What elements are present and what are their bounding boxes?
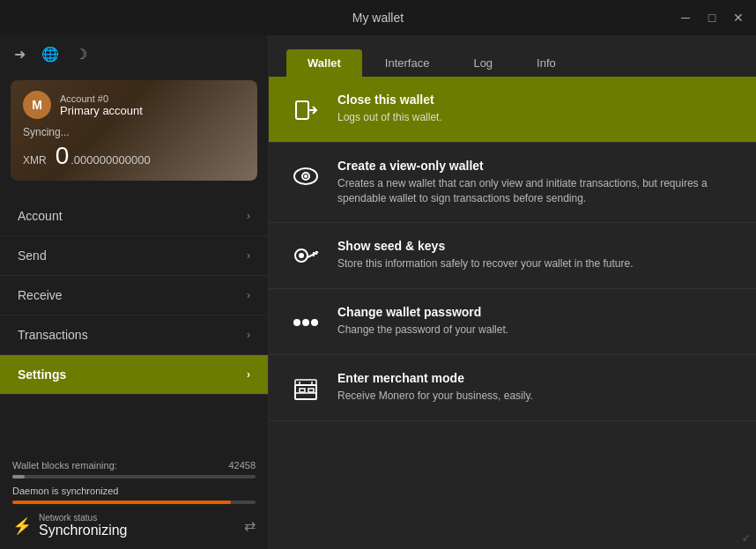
chevron-icon: › <box>247 329 250 341</box>
sidebar-top-icons: ➜ 🌐 ☽ <box>0 35 268 73</box>
account-card[interactable]: M Account #0 Primary account Syncing... … <box>11 80 257 181</box>
chevron-icon: › <box>247 249 250 262</box>
settings-item-change-password-desc: Change the password of your wallet. <box>337 323 508 338</box>
svg-point-11 <box>302 319 309 326</box>
blocks-value: 42458 <box>228 460 256 471</box>
network-label: Network status <box>39 513 128 523</box>
sidebar-bottom: Wallet blocks remaining: 42458 Daemon is… <box>0 451 268 549</box>
network-info: Network status Synchronizing <box>39 513 128 538</box>
network-status-row: ⚡ Network status Synchronizing ⇄ <box>12 513 256 538</box>
eye-icon <box>290 160 322 192</box>
moon-icon[interactable]: ☽ <box>75 46 87 63</box>
nav-list: Account › Send › Receive › Transactions … <box>0 197 268 451</box>
wallet-progress-bg <box>12 475 256 479</box>
tab-wallet[interactable]: Wallet <box>286 49 362 77</box>
wallet-progress-fill <box>12 475 25 479</box>
settings-item-seed-keys[interactable]: Show seed & keys Store this information … <box>269 223 756 289</box>
sidebar: ➜ 🌐 ☽ M Account #0 Primary account Synci… <box>0 35 269 549</box>
settings-item-seed-keys-title: Show seed & keys <box>337 239 634 253</box>
window-title: My wallet <box>352 11 404 25</box>
settings-item-change-password-text: Change wallet password Change the passwo… <box>337 305 508 338</box>
settings-item-view-only-desc: Creates a new wallet that can only view … <box>337 176 735 206</box>
network-value: Synchronizing <box>39 523 128 538</box>
settings-item-view-only-text: Create a view-only wallet Creates a new … <box>337 159 735 206</box>
lightning-icon: ⚡ <box>12 516 32 536</box>
main-content: ➜ 🌐 ☽ M Account #0 Primary account Synci… <box>0 35 756 549</box>
maximize-button[interactable]: □ <box>703 9 721 26</box>
settings-item-view-only[interactable]: Create a view-only wallet Creates a new … <box>269 143 756 223</box>
settings-item-seed-keys-desc: Store this information safely to recover… <box>337 256 634 271</box>
svg-point-6 <box>299 253 304 258</box>
nav-item-receive[interactable]: Receive › <box>0 276 268 315</box>
balance-row: XMR 0 .000000000000 <box>23 142 245 170</box>
blocks-row: Wallet blocks remaining: 42458 <box>12 460 256 471</box>
chevron-icon: › <box>247 210 250 222</box>
globe-icon[interactable]: 🌐 <box>41 46 59 63</box>
svg-rect-15 <box>308 389 314 392</box>
settings-item-close-wallet[interactable]: Close this wallet Logs out of this walle… <box>269 77 756 143</box>
nav-item-account[interactable]: Account › <box>0 197 268 236</box>
shuffle-icon[interactable]: ⇄ <box>244 517 256 534</box>
balance-small: .000000000000 <box>70 153 150 167</box>
svg-point-10 <box>293 319 300 326</box>
resize-handle[interactable]: ↙ <box>742 531 751 544</box>
account-number: Account #0 <box>60 93 143 104</box>
account-header: M Account #0 Primary account <box>23 91 245 119</box>
svg-rect-0 <box>296 101 308 119</box>
settings-item-merchant-mode-title: Enter merchant mode <box>337 371 533 385</box>
window-controls: ─ □ ✕ <box>677 9 747 26</box>
currency-label: XMR <box>23 154 47 167</box>
daemon-text: Daemon is synchronized <box>12 486 256 496</box>
tab-log[interactable]: Log <box>452 49 514 77</box>
tab-interface[interactable]: Interface <box>364 49 451 77</box>
merchant-icon <box>290 373 322 404</box>
settings-content: Close this wallet Logs out of this walle… <box>269 77 756 549</box>
settings-item-close-wallet-text: Close this wallet Logs out of this walle… <box>337 93 442 125</box>
chevron-icon: › <box>247 289 250 301</box>
balance-big: 0 <box>56 142 70 170</box>
monero-logo: M <box>23 91 51 119</box>
nav-item-transactions[interactable]: Transactions › <box>0 315 268 355</box>
title-bar: My wallet ─ □ ✕ <box>0 0 756 35</box>
settings-item-seed-keys-text: Show seed & keys Store this information … <box>337 239 634 271</box>
settings-item-merchant-mode[interactable]: Enter merchant mode Receive Monero for y… <box>269 355 756 421</box>
account-name: Primary account <box>60 104 143 117</box>
chevron-icon: › <box>247 368 250 381</box>
settings-item-close-wallet-title: Close this wallet <box>337 93 442 107</box>
close-button[interactable]: ✕ <box>730 9 747 26</box>
settings-item-merchant-mode-text: Enter merchant mode Receive Monero for y… <box>337 371 533 404</box>
daemon-progress-bg <box>12 501 256 504</box>
daemon-progress-fill <box>12 501 231 504</box>
dots-icon <box>290 307 322 338</box>
svg-rect-14 <box>300 389 305 392</box>
settings-item-change-password[interactable]: Change wallet password Change the passwo… <box>269 289 756 355</box>
svg-point-4 <box>304 174 308 178</box>
blocks-label: Wallet blocks remaining: <box>12 460 117 471</box>
account-name-block: Account #0 Primary account <box>60 93 143 117</box>
forward-icon[interactable]: ➜ <box>14 46 26 63</box>
key-icon <box>290 241 322 272</box>
svg-point-12 <box>311 319 318 326</box>
settings-item-view-only-title: Create a view-only wallet <box>337 159 735 173</box>
settings-item-merchant-mode-desc: Receive Monero for your business, easily… <box>337 389 533 404</box>
syncing-text: Syncing... <box>23 126 245 138</box>
minimize-button[interactable]: ─ <box>677 9 694 26</box>
settings-item-change-password-title: Change wallet password <box>337 305 508 319</box>
right-panel: Wallet Interface Log Info <box>269 35 756 549</box>
tabs-bar: Wallet Interface Log Info <box>269 35 756 77</box>
nav-item-send[interactable]: Send › <box>0 236 268 276</box>
exit-icon <box>290 94 322 126</box>
settings-item-close-wallet-desc: Logs out of this wallet. <box>337 110 442 125</box>
nav-item-settings[interactable]: Settings › <box>0 355 268 395</box>
tab-info[interactable]: Info <box>515 49 577 77</box>
